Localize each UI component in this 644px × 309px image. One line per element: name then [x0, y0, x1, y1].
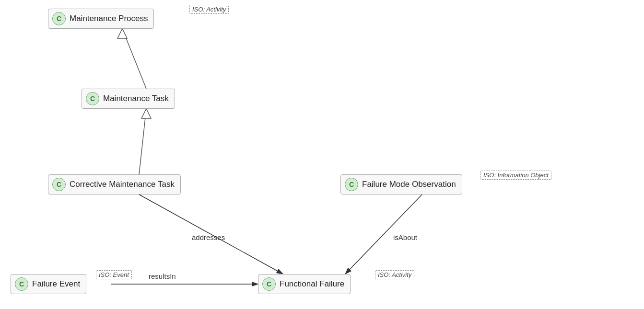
node-circle-maintenance-task: C: [86, 92, 99, 105]
node-maintenance-process[interactable]: C Maintenance Process: [48, 9, 154, 29]
node-circle-failure-mode: C: [345, 178, 358, 191]
node-circle-corrective: C: [52, 178, 66, 191]
node-label-failure-mode: Failure Mode Observation: [362, 180, 456, 189]
edge-label-addresses: addresses: [192, 233, 225, 241]
iso-tag-maintenance-process: ISO: Activity: [189, 5, 229, 14]
node-label-corrective: Corrective Maintenance Task: [70, 180, 175, 189]
edge-label-resultsin: resultsIn: [149, 272, 176, 280]
iso-tag-functional-failure: ISO: Activity: [375, 270, 414, 279]
svg-marker-1: [117, 29, 127, 38]
node-circle-failure-event: C: [15, 277, 28, 291]
diagram-svg: [0, 0, 644, 309]
node-corrective-maintenance-task[interactable]: C Corrective Maintenance Task: [48, 174, 181, 195]
node-failure-event[interactable]: C Failure Event: [11, 274, 86, 294]
iso-tag-failure-mode: ISO: Information Object: [480, 171, 551, 180]
svg-marker-3: [141, 109, 151, 118]
node-functional-failure[interactable]: C Functional Failure: [258, 274, 351, 294]
diagram-container: C Maintenance Process ISO: Activity C Ma…: [0, 0, 644, 309]
node-label-maintenance-process: Maintenance Process: [70, 14, 148, 23]
node-label-maintenance-task: Maintenance Task: [103, 94, 169, 103]
node-maintenance-task[interactable]: C Maintenance Task: [82, 89, 175, 109]
node-label-failure-event: Failure Event: [32, 279, 80, 289]
node-failure-mode-observation[interactable]: C Failure Mode Observation: [340, 174, 462, 195]
node-label-functional-failure: Functional Failure: [280, 279, 344, 289]
node-circle-functional-failure: C: [262, 277, 276, 291]
edge-label-isabout: isAbout: [393, 233, 417, 241]
iso-tag-failure-event: ISO: Event: [96, 270, 132, 279]
node-circle-maintenance-process: C: [52, 12, 66, 25]
